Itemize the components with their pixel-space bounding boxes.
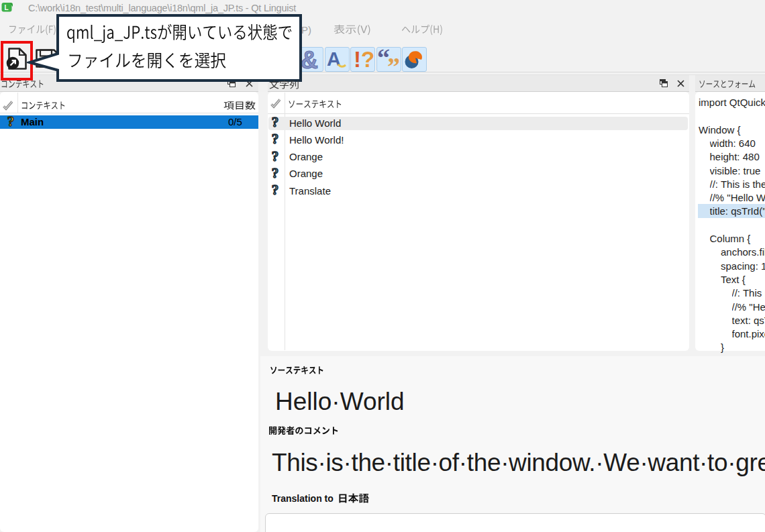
svg-text:L: L <box>5 4 9 11</box>
